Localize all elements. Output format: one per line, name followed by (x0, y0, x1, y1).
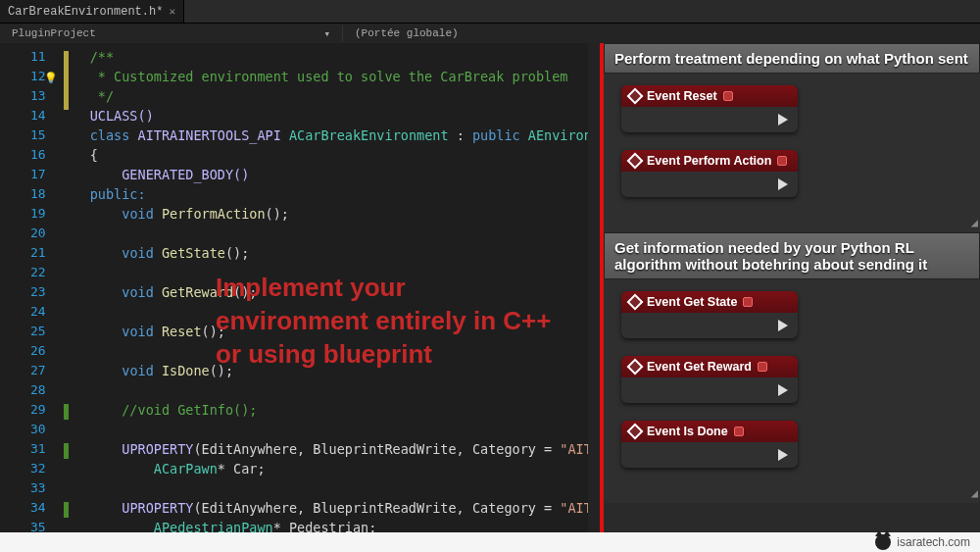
code-line[interactable] (90, 224, 600, 243)
resize-handle-icon[interactable]: ◢ (971, 216, 978, 230)
bp-event-node[interactable]: Event Get State (621, 291, 798, 338)
event-diamond-icon (627, 359, 644, 376)
context-bar: PluginProject ▾ (Portée globale) (0, 24, 980, 43)
bp-error-mark-icon (743, 297, 753, 307)
change-mark (64, 443, 69, 459)
close-icon[interactable]: ✕ (169, 5, 175, 18)
code-line[interactable]: ACarPawn* Car; (90, 459, 600, 478)
code-line[interactable]: * Customized environment used to solve t… (90, 67, 600, 86)
code-line[interactable]: UPROPERTY(EditAnywhere, BlueprintReadWri… (90, 498, 600, 518)
bp-event-node[interactable]: Event Is Done (621, 421, 798, 468)
code-line[interactable] (90, 341, 600, 361)
code-line[interactable] (90, 302, 600, 322)
bp-event-node[interactable]: Event Reset (621, 85, 798, 132)
code-line[interactable] (90, 420, 600, 439)
code-line[interactable]: class AITRAINERTOOLS_API ACarBreakEnviro… (90, 125, 600, 145)
bp-error-mark-icon (758, 362, 767, 372)
code-line[interactable] (90, 478, 600, 498)
code-line[interactable] (90, 380, 600, 400)
code-line[interactable]: //void GetInfo(); (90, 400, 600, 420)
code-line[interactable]: GENERATED_BODY() (90, 165, 600, 184)
event-diamond-icon (627, 294, 644, 311)
event-diamond-icon (627, 88, 644, 105)
tab-title: CarBreakEnvironment.h* (8, 5, 163, 19)
scope-dropdown[interactable]: (Portée globale) (343, 25, 470, 41)
bp-node-title: Event Reset (647, 89, 717, 103)
exec-pin-icon[interactable] (778, 384, 788, 396)
resize-handle-icon[interactable]: ◢ (971, 486, 978, 501)
brand-label: isaratech.com (897, 535, 970, 549)
bp-error-mark-icon (723, 91, 733, 101)
bp-node-title: Event Perform Action (647, 154, 771, 168)
scope-label: (Portée globale) (355, 27, 459, 39)
bp-canvas[interactable]: Event Get State Event Get Reward Event I… (604, 279, 980, 503)
bp-event-node[interactable]: Event Perform Action (621, 150, 798, 197)
footer-bar: isaratech.com (0, 532, 980, 552)
project-dropdown[interactable]: PluginProject ▾ (0, 25, 343, 42)
change-mark (64, 404, 69, 420)
code-line[interactable]: /** (90, 47, 600, 67)
exec-pin-icon[interactable] (778, 178, 788, 190)
code-line[interactable]: void GetReward(); (90, 282, 600, 302)
code-content[interactable]: /** * Customized environment used to sol… (86, 47, 600, 532)
code-line[interactable]: void IsDone(); (90, 361, 600, 380)
lightbulb-icon[interactable]: 💡 (44, 69, 58, 88)
change-marks: 💡 (58, 47, 86, 532)
bp-node-title: Event Get Reward (647, 360, 752, 374)
exec-pin-icon[interactable] (778, 320, 788, 331)
code-editor[interactable]: 1112131415161718192021222324252627282930… (0, 43, 600, 532)
line-number-gutter: 1112131415161718192021222324252627282930… (0, 47, 58, 532)
code-line[interactable] (90, 263, 600, 282)
code-line[interactable]: { (90, 145, 600, 165)
blueprint-panel: Perform treatment depending on what Pyth… (604, 43, 980, 532)
event-diamond-icon (627, 424, 644, 440)
cat-icon (875, 534, 891, 550)
code-line[interactable]: void GetState(); (90, 243, 600, 263)
code-line[interactable]: APedestrianPawn* Pedestrian; (90, 518, 600, 532)
code-line[interactable]: void PerformAction(); (90, 204, 600, 224)
project-name: PluginProject (12, 27, 96, 39)
code-line[interactable]: UPROPERTY(EditAnywhere, BlueprintReadWri… (90, 439, 600, 459)
code-line[interactable]: */ (90, 86, 600, 106)
tab-bar: CarBreakEnvironment.h* ✕ (0, 0, 980, 24)
bp-canvas[interactable]: Event Reset Event Perform Action ◢ (604, 74, 980, 232)
bp-error-mark-icon (734, 427, 744, 436)
code-line[interactable]: public: (90, 184, 600, 204)
event-diamond-icon (627, 153, 644, 170)
code-line[interactable]: void Reset(); (90, 322, 600, 341)
change-mark (64, 51, 69, 110)
bp-node-title: Event Get State (647, 295, 737, 309)
exec-pin-icon[interactable] (778, 449, 788, 461)
bp-section-title: Perform treatment depending on what Pyth… (604, 43, 980, 74)
bp-error-mark-icon (777, 156, 787, 166)
change-mark (64, 502, 69, 518)
bp-node-title: Event Is Done (647, 425, 728, 438)
chevron-down-icon: ▾ (323, 27, 330, 40)
code-line[interactable]: UCLASS() (90, 106, 600, 125)
bp-event-node[interactable]: Event Get Reward (621, 356, 798, 403)
scrollbar[interactable] (588, 43, 600, 532)
file-tab[interactable]: CarBreakEnvironment.h* ✕ (0, 0, 184, 23)
exec-pin-icon[interactable] (778, 114, 788, 125)
bp-section-title: Get information needed by your Python RL… (604, 232, 980, 279)
